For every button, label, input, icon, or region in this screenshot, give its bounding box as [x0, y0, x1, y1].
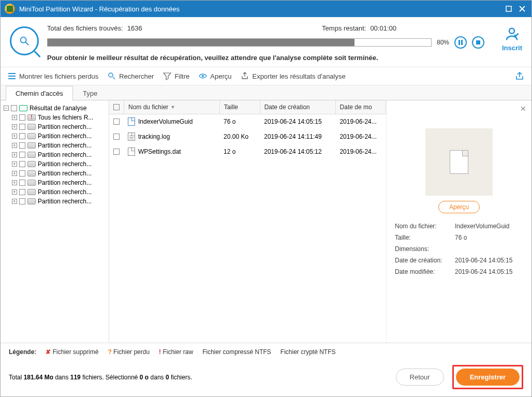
table-row[interactable]: WPSettings.dat12 o2019-06-24 14:05:12201…	[109, 144, 386, 159]
select-all-checkbox[interactable]	[113, 104, 120, 110]
expand-icon[interactable]: +	[12, 134, 17, 139]
tree-item[interactable]: +Partition recherch...	[3, 178, 107, 187]
detail-dim-label: Dimensions:	[395, 245, 452, 253]
tree-root[interactable]: − Résultat de l'analyse	[3, 104, 107, 113]
drive-icon	[27, 152, 36, 158]
detail-modified-value: 2019-06-24 14:05:15	[455, 268, 523, 275]
svg-rect-4	[461, 40, 463, 45]
export-button[interactable]: Exporter les résultats d'analyse	[241, 72, 345, 80]
exclaim-icon: !	[159, 348, 161, 356]
detail-name-value: IndexerVolumeGuid	[455, 223, 523, 230]
checkbox[interactable]	[11, 105, 17, 111]
file-size: 12 o	[219, 148, 260, 156]
titlebar: MiniTool Partition Wizard - Récupération…	[1, 1, 531, 17]
tree-item-label: Partition recherch...	[38, 198, 92, 205]
tree-item[interactable]: +Partition recherch...	[3, 141, 107, 150]
tree-item[interactable]: +Partition recherch...	[3, 187, 107, 197]
back-button[interactable]: Retour	[396, 369, 444, 386]
scan-tip: Pour obtenir le meilleur résultat de réc…	[47, 54, 484, 62]
found-label: Total des fichiers trouvés:	[47, 24, 123, 32]
file-name: tracking.log	[138, 133, 170, 140]
close-detail-button[interactable]: ✕	[520, 105, 526, 113]
registered-badge[interactable]: Inscrit	[502, 24, 522, 52]
preview-file-button[interactable]: Aperçu	[438, 201, 480, 213]
show-lost-files-button[interactable]: Montrer les fichiers perdus	[8, 72, 98, 80]
checkbox[interactable]	[19, 142, 25, 149]
search-button[interactable]: Rechercher	[108, 72, 154, 80]
svg-line-2	[26, 42, 29, 46]
expand-icon[interactable]: +	[12, 115, 17, 120]
save-highlight: Enregistrer	[452, 365, 523, 389]
col-modified[interactable]: Date de mo	[336, 100, 386, 114]
preview-label: Aperçu	[210, 72, 231, 80]
close-button[interactable]	[517, 4, 527, 14]
drive-icon	[27, 161, 36, 167]
expand-icon[interactable]: +	[12, 189, 17, 195]
tree-item[interactable]: +Partition recherch...	[3, 150, 107, 159]
stop-button[interactable]	[472, 36, 484, 49]
export-icon	[241, 72, 249, 80]
tree-item[interactable]: +Partition recherch...	[3, 159, 107, 169]
checkbox[interactable]	[19, 133, 25, 139]
checkbox[interactable]	[19, 161, 25, 167]
legend-lost: Fichier perdu	[113, 348, 150, 356]
tab-type[interactable]: Type	[73, 86, 107, 100]
checkbox[interactable]	[19, 124, 25, 130]
table-header: Nom du fichier▼ Taille Date de création …	[109, 100, 386, 114]
expand-icon[interactable]: +	[12, 180, 17, 185]
col-name[interactable]: Nom du fichier▼	[124, 100, 220, 114]
expand-icon[interactable]: +	[12, 199, 17, 204]
expand-icon[interactable]: +	[12, 152, 17, 157]
scan-header: Total des fichiers trouvés: 1636 Temps r…	[1, 17, 531, 67]
tree-item[interactable]: +Partition recherch...	[3, 122, 107, 131]
found-value: 1636	[127, 24, 142, 32]
expand-icon[interactable]: +	[12, 143, 17, 148]
tree-item[interactable]: +Partition recherch...	[3, 169, 107, 178]
row-checkbox[interactable]	[113, 119, 120, 125]
file-created: 2019-06-24 14:05:15	[260, 117, 335, 126]
svg-point-10	[109, 73, 113, 77]
filter-label: Filtre	[174, 72, 189, 80]
tree-item[interactable]: +Tous les fichiers R...	[3, 113, 107, 122]
remaining-value: 00:01:00	[370, 24, 396, 32]
file-modified: 2019-06-24...	[335, 148, 386, 156]
legend-ntfs-compressed: Fichier compressé NTFS	[202, 348, 271, 356]
drive-icon	[27, 124, 36, 130]
detail-size-value: 76 o	[455, 234, 523, 241]
expand-icon[interactable]: +	[12, 161, 17, 167]
tab-path[interactable]: Chemin d'accès	[6, 86, 73, 100]
save-button[interactable]: Enregistrer	[456, 369, 520, 386]
checkbox[interactable]	[19, 189, 25, 195]
tree-item-label: Partition recherch...	[38, 133, 92, 140]
checkbox[interactable]	[19, 114, 25, 121]
expand-icon[interactable]: +	[12, 171, 17, 176]
preview-button[interactable]: Aperçu	[199, 72, 231, 80]
svg-rect-9	[8, 78, 16, 79]
svg-rect-7	[8, 73, 16, 74]
filter-button[interactable]: Filtre	[163, 72, 189, 80]
pause-button[interactable]	[454, 36, 467, 49]
col-size[interactable]: Taille	[220, 100, 260, 114]
table-row[interactable]: tracking.log20.00 Ko2019-06-24 14:11:492…	[109, 129, 386, 144]
eye-icon	[199, 72, 207, 80]
table-row[interactable]: IndexerVolumeGuid76 o2019-06-24 14:05:15…	[109, 114, 386, 129]
maximize-button[interactable]	[504, 4, 514, 14]
expand-icon[interactable]: +	[12, 124, 17, 129]
checkbox[interactable]	[19, 198, 25, 204]
share-button[interactable]	[515, 71, 524, 81]
file-icon	[128, 117, 135, 126]
search-icon	[108, 72, 116, 80]
checkbox[interactable]	[19, 170, 25, 177]
show-lost-label: Montrer les fichiers perdus	[19, 72, 98, 80]
collapse-icon[interactable]: −	[4, 106, 9, 111]
checkbox[interactable]	[19, 152, 25, 158]
checkbox[interactable]	[19, 180, 25, 186]
row-checkbox[interactable]	[113, 149, 120, 155]
svg-point-12	[202, 75, 204, 77]
svg-rect-5	[476, 40, 480, 45]
question-icon: ?	[108, 348, 111, 356]
tree-item[interactable]: +Partition recherch...	[3, 197, 107, 206]
tree-item[interactable]: +Partition recherch...	[3, 131, 107, 141]
row-checkbox[interactable]	[113, 134, 120, 140]
col-created[interactable]: Date de création	[260, 100, 336, 114]
